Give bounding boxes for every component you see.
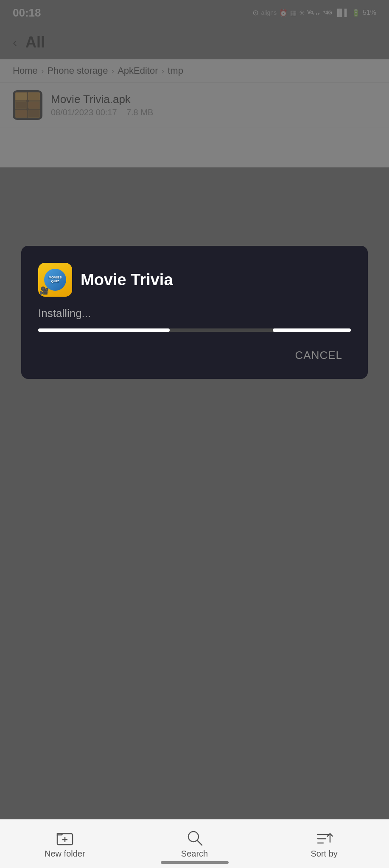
svg-line-18 — [197, 840, 202, 845]
sort-by-label: Sort by — [311, 849, 338, 859]
home-indicator — [161, 861, 229, 864]
new-folder-label: New folder — [45, 849, 85, 859]
new-folder-icon — [56, 829, 73, 846]
install-dialog: MOVIESQUIZ 🎥 Movie Trivia Installing... … — [21, 246, 368, 379]
progress-fill-2 — [273, 328, 351, 332]
dialog-app-name: Movie Trivia — [81, 271, 173, 289]
camera-icon: 🎥 — [39, 286, 49, 295]
progress-fill-1 — [38, 328, 170, 332]
search-button[interactable]: Search — [130, 829, 260, 859]
search-label: Search — [181, 849, 208, 859]
bottom-bar: New folder Search Sort by — [0, 819, 389, 868]
dialog-actions: CANCEL — [38, 345, 351, 366]
modal-overlay — [0, 0, 389, 868]
app-icon-dialog: MOVIESQUIZ 🎥 — [38, 263, 72, 297]
app-icon-text: MOVIESQUIZ — [48, 276, 62, 284]
dialog-status: Installing... — [38, 307, 351, 320]
cancel-button[interactable]: CANCEL — [287, 345, 351, 366]
sort-icon — [316, 829, 333, 846]
new-folder-button[interactable]: New folder — [0, 829, 130, 859]
install-progress-bar — [38, 328, 351, 332]
dialog-header: MOVIESQUIZ 🎥 Movie Trivia — [38, 263, 351, 297]
sort-by-button[interactable]: Sort by — [259, 829, 389, 859]
search-icon — [186, 829, 203, 846]
